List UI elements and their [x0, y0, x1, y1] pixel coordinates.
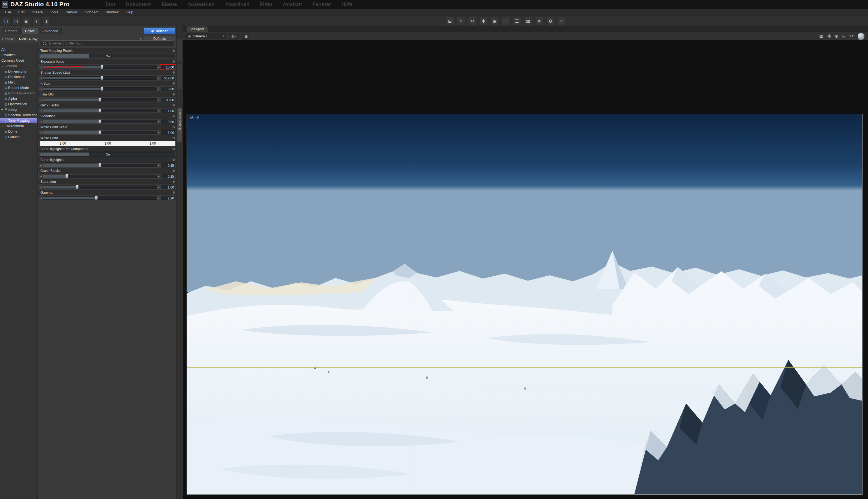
slider-decrement-icon[interactable]: ◂: [40, 164, 41, 167]
slider-value[interactable]: 1.00: [161, 109, 175, 113]
expander-icon[interactable]: ▾: [1, 108, 5, 111]
frame-view-icon[interactable]: ◱: [842, 34, 846, 39]
slider-track[interactable]: [43, 164, 157, 167]
gear-icon[interactable]: ⚙: [172, 93, 175, 96]
surface-select-icon[interactable]: ▦: [524, 17, 532, 25]
side-tab[interactable]: [177, 39, 183, 62]
filter-input[interactable]: [49, 41, 172, 46]
open-file-icon[interactable]: ◳: [12, 17, 20, 25]
align-icon[interactable]: ☰: [513, 17, 521, 25]
nav-item-destination[interactable]: ▤Destination: [0, 74, 37, 80]
slider-handle[interactable]: [65, 174, 68, 178]
active-pose-icon[interactable]: ◉: [490, 17, 499, 25]
render-button[interactable]: ◉ Render: [144, 27, 175, 34]
slider-decrement-icon[interactable]: ◂: [40, 76, 41, 80]
slider-handle[interactable]: [101, 87, 103, 90]
toggle-control[interactable]: On: [40, 152, 175, 157]
slider-decrement-icon[interactable]: ◂: [40, 196, 41, 199]
slider-handle[interactable]: [101, 76, 103, 80]
save-file-icon[interactable]: ▣: [22, 17, 30, 25]
slider-handle[interactable]: [98, 163, 101, 167]
viewport-options-button[interactable]: ▦: [242, 33, 250, 40]
slider-increment-icon[interactable]: ▸: [158, 174, 159, 178]
nav-item-progressive-rend[interactable]: ▤Progressive Rend: [0, 90, 37, 96]
nav-item-all[interactable]: All: [0, 47, 37, 52]
camera-selector[interactable]: ◉ Camera 1 ▾: [185, 33, 227, 39]
slider-value[interactable]: 0.00: [161, 120, 175, 124]
menu-connect[interactable]: Connect: [81, 9, 102, 15]
slider-value[interactable]: 100.00: [161, 98, 175, 102]
slider-track[interactable]: [43, 196, 157, 200]
slider-track[interactable]: [43, 131, 157, 134]
viewport-tab[interactable]: Viewport: [186, 26, 208, 32]
nav-item-render-mode[interactable]: ▤Render Mode: [0, 85, 37, 90]
nav-item-favorites[interactable]: Favorites: [0, 52, 37, 58]
slider-track[interactable]: [43, 185, 157, 189]
draw-style-button[interactable]: ◍ ▾: [229, 33, 239, 40]
slider-handle[interactable]: [101, 65, 103, 69]
slider-decrement-icon[interactable]: ◂: [40, 65, 41, 69]
zoom-view-icon[interactable]: ⊕: [835, 34, 838, 39]
slider-decrement-icon[interactable]: ◂: [40, 174, 41, 178]
white-point-value[interactable]: 1.00: [85, 141, 131, 146]
view-cube-icon[interactable]: ▦: [819, 34, 823, 39]
region-navigator-icon[interactable]: ◌: [502, 17, 510, 25]
gear-icon[interactable]: ⚙: [172, 147, 175, 151]
gear-icon[interactable]: ⚙: [172, 60, 175, 63]
slider-decrement-icon[interactable]: ◂: [40, 98, 41, 101]
orbit-view-icon[interactable]: ⟳: [850, 34, 854, 39]
slider-increment-icon[interactable]: ▸: [158, 87, 159, 90]
slider-track[interactable]: [43, 120, 157, 123]
slider-handle[interactable]: [95, 196, 98, 200]
slider-increment-icon[interactable]: ▸: [158, 65, 159, 69]
tool-settings-icon[interactable]: ⚙: [546, 17, 554, 25]
menu-edit[interactable]: Edit: [15, 9, 28, 15]
slider-track[interactable]: [43, 98, 157, 101]
side-tab-render-settings[interactable]: Render Settings: [177, 108, 183, 143]
gear-icon[interactable]: ⚙: [172, 49, 175, 53]
menu-tools[interactable]: Tools: [46, 9, 62, 15]
menu-window[interactable]: Window: [102, 9, 122, 15]
gear-icon[interactable]: ⚙: [172, 169, 175, 173]
slider-value[interactable]: 15.00: [161, 65, 175, 69]
nav-item-optimization[interactable]: ▤Optimization: [0, 101, 37, 107]
nav-item-general[interactable]: ▾General: [0, 63, 37, 69]
slider-value[interactable]: 0.25: [161, 163, 175, 168]
slider-decrement-icon[interactable]: ◂: [40, 120, 41, 123]
expander-icon[interactable]: ▾: [1, 125, 5, 128]
nav-item-currently-used[interactable]: Currently Used: [0, 58, 37, 63]
expander-icon[interactable]: ▾: [1, 65, 5, 68]
side-tab[interactable]: [177, 63, 183, 89]
gear-icon[interactable]: ⚙: [172, 104, 175, 107]
slider-handle[interactable]: [98, 131, 101, 134]
slider-decrement-icon[interactable]: ◂: [40, 109, 41, 112]
nav-item-spectral-rendering[interactable]: ▤Spectral Rendering: [0, 112, 37, 118]
slider-track[interactable]: [43, 76, 157, 80]
slider-decrement-icon[interactable]: ◂: [40, 185, 41, 188]
viewport-canvas[interactable]: 16 : 9: [183, 40, 868, 499]
gear-icon[interactable]: ⚙: [172, 180, 175, 184]
rotate-tool-icon[interactable]: ⟲: [468, 17, 476, 25]
select-tool-icon[interactable]: ↖: [457, 17, 465, 25]
slider-increment-icon[interactable]: ▸: [158, 120, 159, 123]
nav-item-dome[interactable]: ▤Dome: [0, 129, 37, 134]
menu-create[interactable]: Create: [28, 9, 46, 15]
engine-value[interactable]: NVIDIA Iray: [19, 37, 38, 41]
add-node-icon[interactable]: ⊞: [446, 17, 454, 25]
tab-presets[interactable]: Presets: [2, 28, 21, 34]
gear-icon[interactable]: ⚙: [172, 158, 175, 162]
nav-item-environment[interactable]: ▾Environment: [0, 123, 37, 129]
slider-value[interactable]: 2.20: [161, 196, 175, 200]
slider-increment-icon[interactable]: ▸: [158, 196, 159, 199]
nav-item-ground[interactable]: ▤Ground: [0, 134, 37, 140]
nav-item-alpha[interactable]: ▤Alpha: [0, 96, 37, 101]
gear-icon[interactable]: ⚙: [172, 136, 175, 140]
tab-editor[interactable]: Editor: [22, 28, 38, 34]
nav-item-dimensions[interactable]: ▤Dimensions: [0, 69, 37, 74]
universal-tool-icon[interactable]: ✚: [479, 17, 488, 25]
white-point-value[interactable]: 1.00: [130, 141, 175, 146]
gear-icon[interactable]: ⚙: [172, 114, 175, 118]
slider-increment-icon[interactable]: ▸: [158, 109, 159, 112]
slider-track[interactable]: [43, 109, 157, 112]
slider-increment-icon[interactable]: ▸: [158, 164, 159, 167]
